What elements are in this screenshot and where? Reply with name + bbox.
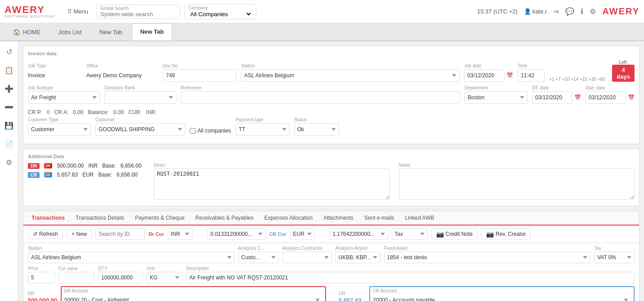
customer-select[interactable]: GOODWILL SHIPPING <box>95 123 185 136</box>
tab-transactions-details[interactable]: Transactions Details <box>70 211 130 226</box>
tax-col-select[interactable]: VAT 0% <box>594 252 635 263</box>
tab-payments-cheque[interactable]: Payments & Cheque <box>130 211 190 226</box>
station-field: Station ASL Airlines Belgium <box>241 63 460 82</box>
additional-content: DR 💳 500,000.00 INR Base: 6,656.00 CR 💳 … <box>28 163 635 201</box>
currency-cr-select[interactable]: EUR <box>290 228 315 240</box>
sidebar-settings-icon[interactable]: ⚙ <box>4 156 14 168</box>
cr-p-label: CR P: <box>28 109 42 115</box>
settings-icon[interactable]: ⚙ <box>590 7 596 16</box>
fixed-asset-label: Fixed Asset <box>384 246 591 251</box>
dr-account-field: DR Account 50000.20 - Cost - Airfreight <box>61 286 326 301</box>
due-date-input[interactable] <box>586 91 626 104</box>
doc-no-input[interactable] <box>163 69 237 82</box>
sidebar-save-icon[interactable]: 💾 <box>3 120 15 132</box>
due-date-calendar-icon[interactable]: 📅 <box>628 94 635 101</box>
time-input[interactable] <box>518 69 545 82</box>
tgrid-row-1: Station ASL Airlines Belgium Analytics C… <box>28 246 635 263</box>
analytics-contractor-select[interactable] <box>282 252 332 263</box>
payment-type-select[interactable]: TT <box>236 123 290 136</box>
dr-account-select[interactable]: 50000.20 - Cost - Airfreight <box>64 294 322 301</box>
sidebar-doc-icon[interactable]: 📋 <box>3 64 15 76</box>
eff-date-calendar-icon[interactable]: 📅 <box>574 94 581 101</box>
menu-button[interactable]: ⠿ Menu <box>64 6 92 17</box>
sidebar-add-icon[interactable]: ➕ <box>3 83 15 95</box>
sidebar-remove-icon[interactable]: ➖ <box>3 101 15 113</box>
reference-label: Reference <box>181 85 460 90</box>
sidebar-copy-icon[interactable]: 📄 <box>3 138 15 150</box>
chat-icon[interactable]: 💬 <box>565 7 574 16</box>
unit-select[interactable]: KG <box>147 272 183 283</box>
descr-textarea[interactable]: RQST-20120021 <box>154 168 390 200</box>
sidebar-refresh-icon[interactable]: ↺ <box>4 46 14 58</box>
cur-value-input[interactable] <box>58 272 94 283</box>
cr-account-select[interactable]: 20000 - Accounts payable <box>373 294 631 301</box>
company-bank-field: Company Bank <box>104 85 176 104</box>
search-by-id-input[interactable] <box>95 228 145 240</box>
tab-home[interactable]: 🏠 HOME <box>4 24 49 40</box>
tab-jobs-list[interactable]: Jobs List <box>50 24 90 40</box>
all-companies-checkbox[interactable] <box>190 128 196 134</box>
cr-base-label: Base: <box>98 172 112 178</box>
tab-new-1[interactable]: New Tab <box>91 24 130 40</box>
status-field: Status Ok <box>294 117 339 136</box>
qty-field: QTY <box>98 266 143 283</box>
company-bank-select[interactable] <box>104 91 176 104</box>
tab-linked-awb[interactable]: Linked AWB <box>400 211 440 226</box>
reference-input[interactable] <box>181 91 460 104</box>
currency-dr-field: INR <box>168 228 204 240</box>
currency-dr-select[interactable]: INR <box>168 228 192 240</box>
search-input[interactable] <box>100 11 176 18</box>
transaction-grid: Station ASL Airlines Belgium Analytics C… <box>23 243 639 301</box>
department-select[interactable]: Boston <box>465 91 528 104</box>
station-select[interactable]: ASL Airlines Belgium <box>241 69 460 82</box>
status-select[interactable]: Ok <box>294 123 339 136</box>
tax-toolbar-select[interactable]: Tax <box>392 228 428 240</box>
refresh-button[interactable]: ↺ Refresh <box>28 229 63 239</box>
job-date-label: Job date <box>464 63 513 68</box>
office-value: Awery Demo Company <box>86 69 158 82</box>
rate-dr-select[interactable]: 0.01331200000... <box>207 228 266 240</box>
doc-no-field: Doc No <box>163 63 237 82</box>
tab-receivables-payables[interactable]: Receivables & Payables <box>190 211 259 226</box>
job-subtype-select[interactable]: Air Freight <box>28 91 100 104</box>
credit-note-button[interactable]: 📷 Credit Note <box>431 228 478 240</box>
tab-transactions[interactable]: Transactions <box>26 211 70 226</box>
tab-expenses[interactable]: Expenses Allocation <box>259 211 318 226</box>
notes-textarea[interactable] <box>399 168 635 200</box>
dr-account-label: DR Account <box>64 288 322 293</box>
cr-p-value: 0 <box>47 109 50 115</box>
rev-creator-icon: 📷 <box>486 230 494 238</box>
dr-base-label: Base: <box>102 163 116 169</box>
description-input[interactable] <box>186 272 635 283</box>
tab-new-2[interactable]: New Tab <box>132 23 173 40</box>
department-label: Department <box>465 85 528 90</box>
fixed-asset-select[interactable]: 1854 - test denis <box>384 252 591 263</box>
price-input[interactable] <box>28 272 55 283</box>
unit-label: Unit <box>147 266 183 271</box>
job-date-input[interactable] <box>464 69 505 82</box>
rev-creator-button[interactable]: 📷 Rev. Creator <box>481 228 531 240</box>
rate-cr-select[interactable]: 1.17642200000... <box>330 228 388 240</box>
new-button[interactable]: + New <box>67 229 92 239</box>
logout-icon[interactable]: ⇒ <box>553 7 559 16</box>
tgrid-station-select[interactable]: ASL Airlines Belgium <box>28 252 235 263</box>
job-date-calendar-icon[interactable]: 📅 <box>506 72 513 79</box>
left-value: 4 days <box>612 65 635 82</box>
due-date-field: Due. date 📅 <box>586 85 635 104</box>
cr-row: CR 💳 5,657.83 EUR Base: 6,656.00 <box>28 172 145 178</box>
eff-date-input[interactable] <box>532 91 572 104</box>
all-companies-field: All companies <box>190 128 231 136</box>
analytics-airport-select[interactable]: UKBB, KBP... <box>335 252 380 263</box>
info-icon[interactable]: ℹ <box>581 7 583 16</box>
tab-attachments[interactable]: Attachments <box>318 211 359 226</box>
customer-type-select[interactable]: Customer <box>28 123 91 136</box>
tgrid-station-field: Station ASL Airlines Belgium <box>28 246 235 263</box>
nav-right: 15:37 (UTC +2) 👤 kate.r ⇒ 💬 ℹ ⚙ AWERY <box>477 6 640 17</box>
qty-input[interactable] <box>98 272 143 283</box>
reference-field: Reference <box>181 85 460 104</box>
company-select[interactable]: All Companies <box>188 10 252 18</box>
analytics-c-select[interactable]: Custo... <box>238 252 279 263</box>
invoice-section-title: Invoice data <box>28 51 635 56</box>
job-type-label: Job Type <box>28 63 82 68</box>
tab-sent-emails[interactable]: Sent e-mails <box>359 211 400 226</box>
